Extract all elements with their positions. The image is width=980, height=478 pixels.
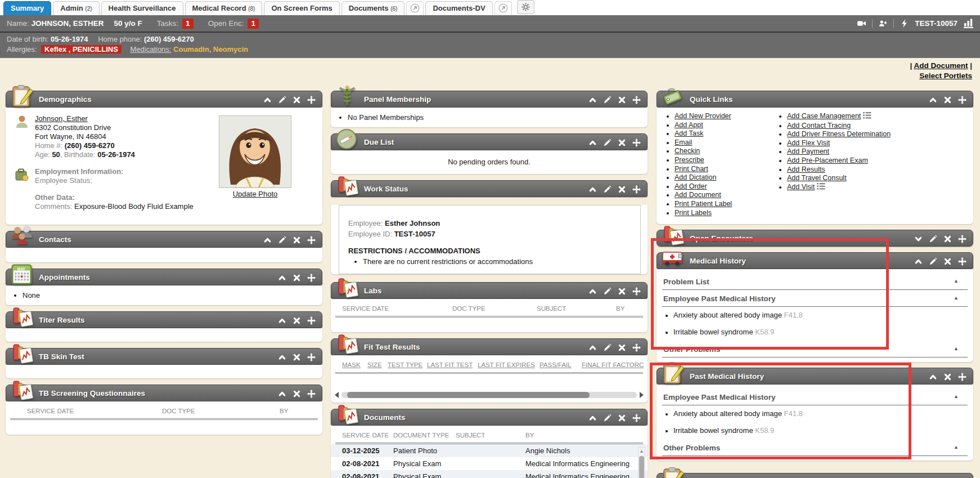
quick-link-add-task[interactable]: Add Task [675, 129, 703, 137]
quick-link-add-new-provider[interactable]: Add New Provider [675, 112, 731, 120]
tab-documents[interactable]: Documents (6) [341, 1, 405, 15]
edit-portlet-icon[interactable] [603, 96, 612, 104]
vertical-scrollbar[interactable]: ▲ [638, 447, 645, 478]
move-portlet-icon[interactable] [632, 287, 641, 296]
move-portlet-icon[interactable] [958, 257, 966, 266]
quick-link-add-document[interactable]: Add Document [675, 191, 721, 199]
quick-link-add-travel-consult[interactable]: Add Travel Consult [787, 174, 847, 182]
column-header-c[interactable]: C [639, 361, 644, 368]
column-header-last-fit-expires[interactable]: LAST FIT EXPIRES [478, 361, 535, 368]
edit-portlet-icon[interactable] [603, 414, 612, 422]
history-section-other-problems[interactable]: Other Problems ▲ [662, 341, 968, 358]
collapse-section-icon[interactable]: ▲ [954, 278, 959, 284]
quick-link-print-chart[interactable]: Print Chart [675, 165, 708, 173]
move-portlet-icon[interactable] [307, 96, 316, 104]
collapse-portlet-icon[interactable] [588, 414, 597, 422]
collapse-section-icon[interactable]: ▲ [954, 346, 959, 351]
scroll-up-icon[interactable]: ▲ [639, 448, 645, 455]
tab-on-screen-forms[interactable]: On Screen Forms [264, 1, 339, 15]
move-portlet-icon[interactable] [632, 139, 641, 147]
collapse-portlet-icon[interactable] [588, 96, 597, 104]
tab-summary[interactable]: Summary [3, 1, 51, 15]
edit-portlet-icon[interactable] [603, 185, 612, 194]
update-photo-link[interactable]: Update Photo [233, 190, 278, 198]
horizontal-scrollbar[interactable] [331, 388, 648, 403]
select-portlets-link[interactable]: Select Portlets [919, 72, 972, 80]
history-section-other-problems[interactable]: Other Problems ▲ [662, 439, 968, 456]
quick-link-add-order[interactable]: Add Order [675, 182, 707, 190]
popout-icon[interactable] [495, 1, 512, 15]
portlet-header[interactable]: Due List [331, 133, 648, 150]
move-portlet-icon[interactable] [307, 353, 316, 361]
column-header-final-fit-factor[interactable]: FINAL FIT FACTOR [582, 361, 639, 368]
close-portlet-icon[interactable] [943, 257, 952, 266]
portlet-header[interactable]: Fit Test Results [331, 338, 648, 355]
close-portlet-icon[interactable] [618, 414, 626, 422]
collapse-portlet-icon[interactable] [263, 236, 272, 244]
popout-icon[interactable] [406, 1, 424, 15]
close-portlet-icon[interactable] [293, 274, 301, 282]
portlet-header[interactable]: Quick Links [657, 91, 973, 108]
portlet-header[interactable]: Medical History [657, 252, 973, 269]
edit-portlet-icon[interactable] [603, 139, 612, 147]
move-portlet-icon[interactable] [632, 96, 641, 104]
history-section-employee-past-medical-history[interactable]: Employee Past Medical History ▲ [662, 290, 968, 307]
portlet-header[interactable]: TB Screening Questionnaires [6, 385, 322, 401]
table-row[interactable]: 03-12-2025Patient PhotoAngie Nichols [331, 444, 648, 457]
quick-link-add-driver-fitness-determination[interactable]: Add Driver Fitness Determination [787, 130, 891, 138]
move-portlet-icon[interactable] [958, 235, 966, 243]
portlet-header[interactable]: Documents [331, 409, 648, 426]
medications-link[interactable]: Medications: [130, 45, 171, 53]
close-portlet-icon[interactable] [293, 390, 301, 398]
portlet-header[interactable]: Past Medical History [657, 368, 973, 385]
table-row[interactable]: 02-08-2021Physical ExamMedical Informati… [331, 457, 648, 470]
tab-admin[interactable]: Admin (2) [53, 1, 99, 15]
collapse-portlet-icon[interactable] [278, 316, 286, 325]
collapse-portlet-icon[interactable] [263, 96, 272, 104]
portlet-header[interactable]: Demographics [6, 91, 322, 108]
close-portlet-icon[interactable] [618, 287, 626, 296]
tab-documents-dv[interactable]: Documents-DV [425, 1, 492, 15]
collapse-portlet-icon[interactable] [588, 185, 597, 194]
portlet-header[interactable]: Work Status [331, 180, 648, 197]
edit-portlet-icon[interactable] [929, 257, 937, 266]
history-section-problem-list[interactable]: Problem List ▲ [662, 273, 968, 290]
quick-link-print-labels[interactable]: Print Labels [675, 209, 712, 217]
edit-portlet-icon[interactable] [929, 235, 937, 243]
move-portlet-icon[interactable] [307, 390, 316, 398]
quick-link-add-case-management[interactable]: Add Case Management [787, 112, 861, 120]
move-portlet-icon[interactable] [307, 274, 316, 282]
collapse-portlet-icon[interactable] [929, 96, 937, 104]
scroll-thumb[interactable] [347, 392, 590, 398]
portlet-header[interactable]: Panel Membership [331, 91, 648, 108]
quick-link-add-visit[interactable]: Add Visit [787, 183, 815, 191]
allergies-value[interactable]: Keflex , PENICILLINS [41, 45, 122, 53]
quick-link-add-pre-placement-exam[interactable]: Add Pre-Placement Exam [787, 157, 868, 164]
edit-portlet-icon[interactable] [278, 96, 286, 104]
bar-chart-icon[interactable] [964, 19, 973, 28]
close-portlet-icon[interactable] [943, 373, 952, 381]
tab-health-surveillance[interactable]: Health Surveillance [101, 1, 183, 15]
list-icon[interactable] [863, 112, 871, 122]
scroll-right-icon[interactable] [639, 392, 644, 398]
portlet-header[interactable]: Open Encounters [657, 230, 973, 247]
history-section-employee-past-medical-history[interactable]: Employee Past Medical History ▲ [662, 388, 968, 405]
close-portlet-icon[interactable] [943, 235, 952, 243]
quick-link-add-flex-visit[interactable]: Add Flex Visit [787, 139, 830, 147]
video-camera-icon[interactable] [857, 19, 866, 28]
portlet-header[interactable]: TB Skin Test [6, 348, 322, 365]
expand-portlet-icon[interactable] [914, 235, 923, 243]
collapse-portlet-icon[interactable] [588, 343, 597, 352]
open-enc-count-badge[interactable]: 1 [248, 19, 259, 29]
portlet-header[interactable]: Titer Results [6, 311, 322, 328]
column-header-mask[interactable]: MASK [342, 361, 361, 368]
portlet-header[interactable]: Problem List [657, 473, 973, 478]
column-header-size[interactable]: SIZE [367, 361, 382, 368]
column-header-pass-fail[interactable]: PASS/FAIL [540, 361, 572, 368]
move-portlet-icon[interactable] [958, 96, 966, 104]
collapse-portlet-icon[interactable] [278, 274, 286, 282]
quick-link-add-payment[interactable]: Add Payment [787, 148, 829, 155]
collapse-section-icon[interactable]: ▲ [954, 295, 959, 301]
scroll-left-icon[interactable] [334, 392, 339, 398]
close-portlet-icon[interactable] [618, 96, 626, 104]
